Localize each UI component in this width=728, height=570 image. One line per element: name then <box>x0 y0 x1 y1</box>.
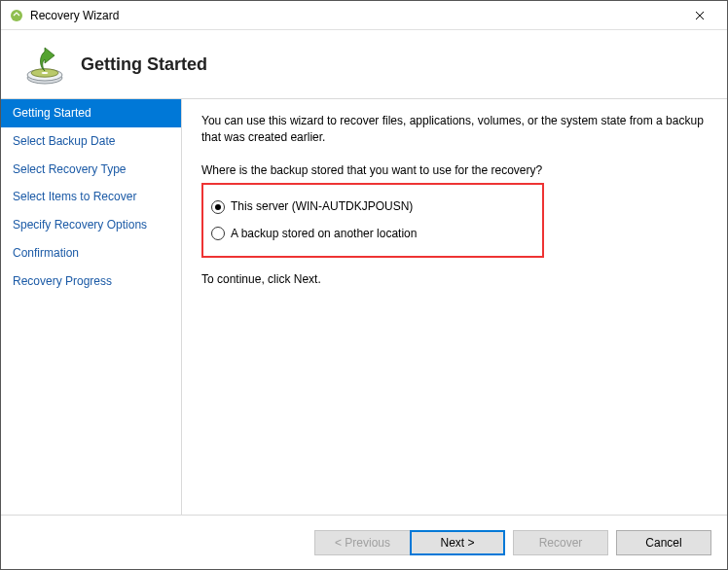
footer-buttons: < Previous Next > Recover Cancel <box>1 515 727 569</box>
close-icon <box>695 11 705 20</box>
step-recovery-progress[interactable]: Recovery Progress <box>1 267 181 296</box>
svg-point-0 <box>11 10 22 21</box>
radio-another-location-label: A backup stored on another location <box>231 226 417 242</box>
close-button[interactable] <box>678 2 721 29</box>
next-button[interactable]: Next > <box>410 530 505 555</box>
app-icon <box>9 8 24 23</box>
radio-this-server-label: This server (WIN-AUTDKJPOUSN) <box>231 198 413 215</box>
prev-next-group: < Previous Next > <box>314 530 505 555</box>
backup-location-group: This server (WIN-AUTDKJPOUSN) A backup s… <box>201 183 544 258</box>
sidebar-steps: Getting Started Select Backup Date Selec… <box>1 99 182 515</box>
main-content: You can use this wizard to recover files… <box>182 99 727 515</box>
step-select-items[interactable]: Select Items to Recover <box>1 183 181 211</box>
titlebar: Recovery Wizard <box>1 1 727 30</box>
intro-text: You can use this wizard to recover files… <box>201 113 708 147</box>
question-text: Where is the backup stored that you want… <box>201 162 708 179</box>
cancel-button[interactable]: Cancel <box>616 530 711 555</box>
previous-button[interactable]: < Previous <box>314 530 410 555</box>
body: Getting Started Select Backup Date Selec… <box>1 98 727 515</box>
recovery-disk-icon <box>22 42 67 87</box>
continue-text: To continue, click Next. <box>201 271 708 288</box>
step-specify-options[interactable]: Specify Recovery Options <box>1 211 181 239</box>
radio-another-location[interactable]: A backup stored on another location <box>211 226 534 242</box>
svg-point-4 <box>42 72 49 74</box>
step-select-backup-date[interactable]: Select Backup Date <box>1 127 181 156</box>
page-heading: Getting Started <box>81 54 207 75</box>
recovery-wizard-window: Recovery Wizard Getting Started Getting … <box>0 0 728 570</box>
step-confirmation[interactable]: Confirmation <box>1 239 181 267</box>
header-band: Getting Started <box>1 30 727 98</box>
window-title: Recovery Wizard <box>30 9 678 22</box>
step-getting-started[interactable]: Getting Started <box>1 99 181 127</box>
recover-button[interactable]: Recover <box>513 530 608 555</box>
step-select-recovery-type[interactable]: Select Recovery Type <box>1 156 181 184</box>
radio-icon <box>211 200 225 214</box>
radio-icon <box>211 227 225 240</box>
radio-this-server[interactable]: This server (WIN-AUTDKJPOUSN) <box>211 198 534 215</box>
